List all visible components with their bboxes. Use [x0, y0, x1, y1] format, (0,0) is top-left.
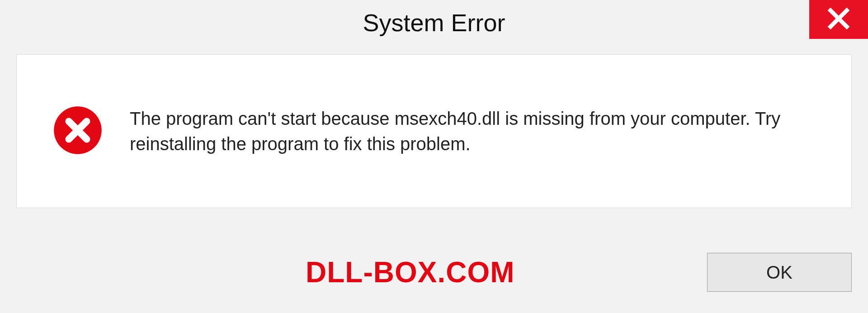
message-panel: The program can't start because msexch40…	[16, 54, 852, 208]
error-message: The program can't start because msexch40…	[130, 106, 815, 156]
close-icon	[826, 6, 851, 33]
close-button[interactable]	[809, 0, 868, 39]
ok-button-label: OK	[766, 262, 793, 283]
brand-watermark: DLL-BOX.COM	[16, 256, 515, 289]
ok-button[interactable]: OK	[707, 253, 852, 292]
titlebar: System Error	[0, 0, 868, 45]
dialog-title: System Error	[363, 9, 505, 37]
error-icon	[53, 105, 103, 157]
dialog-footer: DLL-BOX.COM OK	[16, 245, 852, 299]
